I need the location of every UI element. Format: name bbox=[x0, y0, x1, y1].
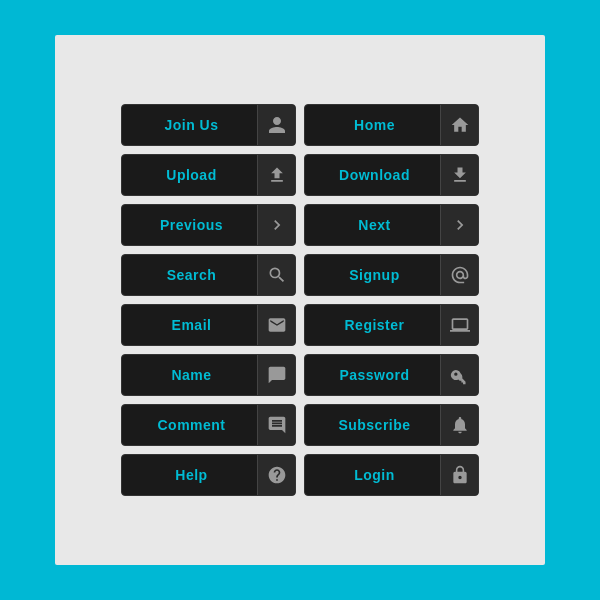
register-button[interactable]: Register bbox=[304, 304, 479, 346]
previous-label: Previous bbox=[122, 217, 257, 233]
email-icon bbox=[257, 305, 295, 345]
person-icon bbox=[257, 105, 295, 145]
help-label: Help bbox=[122, 467, 257, 483]
next-label: Next bbox=[305, 217, 440, 233]
search-button[interactable]: Search bbox=[121, 254, 296, 296]
subscribe-label: Subscribe bbox=[305, 417, 440, 433]
home-button[interactable]: Home bbox=[304, 104, 479, 146]
join-us-label: Join Us bbox=[122, 117, 257, 133]
password-button[interactable]: Password bbox=[304, 354, 479, 396]
comment-label: Comment bbox=[122, 417, 257, 433]
help-icon bbox=[257, 455, 295, 495]
home-icon bbox=[440, 105, 478, 145]
previous-chevron-icon bbox=[257, 205, 295, 245]
name-label: Name bbox=[122, 367, 257, 383]
next-button[interactable]: Next bbox=[304, 204, 479, 246]
subscribe-button[interactable]: Subscribe bbox=[304, 404, 479, 446]
download-icon bbox=[440, 155, 478, 195]
at-icon bbox=[440, 255, 478, 295]
download-button[interactable]: Download bbox=[304, 154, 479, 196]
comment-button[interactable]: Comment bbox=[121, 404, 296, 446]
key-icon bbox=[440, 355, 478, 395]
upload-button[interactable]: Upload bbox=[121, 154, 296, 196]
lock-icon bbox=[440, 455, 478, 495]
login-label: Login bbox=[305, 467, 440, 483]
email-button[interactable]: Email bbox=[121, 304, 296, 346]
next-chevron-icon bbox=[440, 205, 478, 245]
download-label: Download bbox=[305, 167, 440, 183]
previous-button[interactable]: Previous bbox=[121, 204, 296, 246]
signup-label: Signup bbox=[305, 267, 440, 283]
upload-icon bbox=[257, 155, 295, 195]
signup-button[interactable]: Signup bbox=[304, 254, 479, 296]
name-button[interactable]: Name bbox=[121, 354, 296, 396]
search-icon bbox=[257, 255, 295, 295]
bell-icon bbox=[440, 405, 478, 445]
join-us-button[interactable]: Join Us bbox=[121, 104, 296, 146]
chat-icon bbox=[257, 355, 295, 395]
password-label: Password bbox=[305, 367, 440, 383]
search-label: Search bbox=[122, 267, 257, 283]
inner-panel: Join Us Home Upload Download P bbox=[55, 35, 545, 565]
email-label: Email bbox=[122, 317, 257, 333]
register-label: Register bbox=[305, 317, 440, 333]
help-button[interactable]: Help bbox=[121, 454, 296, 496]
login-button[interactable]: Login bbox=[304, 454, 479, 496]
home-label: Home bbox=[305, 117, 440, 133]
laptop-icon bbox=[440, 305, 478, 345]
buttons-grid: Join Us Home Upload Download P bbox=[111, 94, 489, 506]
comment-icon bbox=[257, 405, 295, 445]
upload-label: Upload bbox=[122, 167, 257, 183]
